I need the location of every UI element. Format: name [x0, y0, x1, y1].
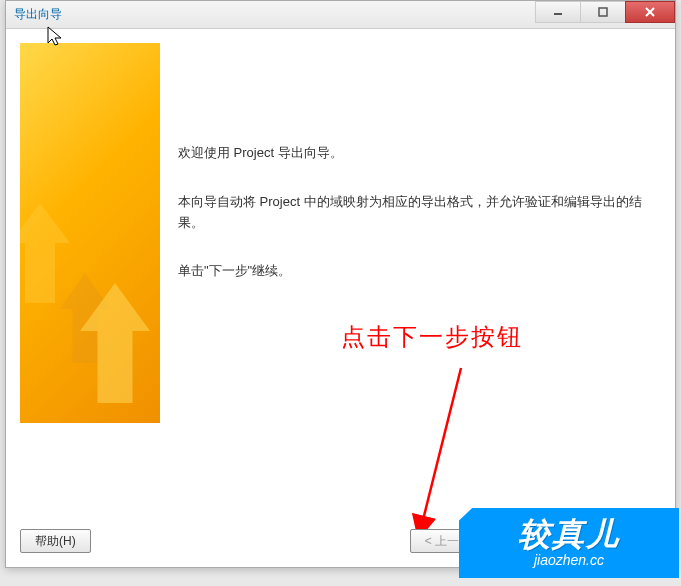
description-line: 本向导自动将 Project 中的域映射为相应的导出格式，并允许验证和编辑导出的… — [178, 192, 661, 234]
instruction-line: 单击"下一步"继续。 — [178, 261, 661, 282]
wizard-banner-image — [20, 43, 160, 423]
welcome-line: 欢迎使用 Project 导出向导。 — [178, 143, 661, 164]
close-button[interactable] — [625, 1, 675, 23]
annotation-text: 点击下一步按钮 — [341, 321, 523, 353]
help-button[interactable]: 帮助(H) — [20, 529, 91, 553]
maximize-button[interactable] — [580, 1, 626, 23]
watermark-sub: jiaozhen.cc — [534, 552, 604, 568]
wizard-text: 欢迎使用 Project 导出向导。 本向导自动将 Project 中的域映射为… — [178, 43, 661, 511]
window-title: 导出向导 — [14, 6, 62, 23]
close-icon — [644, 6, 656, 18]
minimize-icon — [553, 7, 563, 17]
watermark-main: 较真儿 — [518, 518, 620, 550]
content-area: 欢迎使用 Project 导出向导。 本向导自动将 Project 中的域映射为… — [6, 29, 675, 525]
watermark: 较真儿 jiaozhen.cc — [459, 508, 679, 578]
svg-rect-1 — [599, 8, 607, 16]
minimize-button[interactable] — [535, 1, 581, 23]
window-controls — [536, 1, 675, 28]
titlebar: 导出向导 — [6, 1, 675, 29]
wizard-window: 导出向导 欢迎使用 Project 导出向导。 本向导自动将 Project 中… — [5, 0, 676, 568]
maximize-icon — [598, 7, 608, 17]
cursor-icon — [46, 25, 66, 49]
